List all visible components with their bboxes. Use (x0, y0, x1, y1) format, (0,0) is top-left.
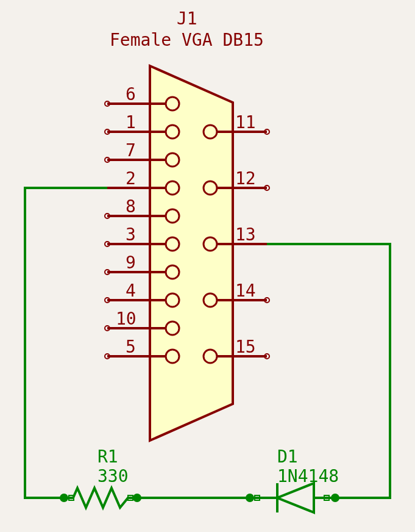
d1-value: 1N4148 (277, 466, 339, 486)
svg-text:11: 11 (235, 112, 256, 132)
r1-ref: R1 (98, 447, 118, 467)
svg-text:10: 10 (116, 309, 137, 329)
connector-body (150, 66, 233, 440)
svg-text:13: 13 (235, 225, 256, 245)
svg-text:7: 7 (126, 140, 136, 160)
svg-text:12: 12 (235, 168, 256, 189)
svg-text:4: 4 (126, 281, 136, 301)
svg-text:2: 2 (126, 168, 136, 189)
svg-text:8: 8 (126, 196, 136, 217)
r1-value: 330 (98, 466, 129, 486)
svg-text:14: 14 (235, 281, 256, 301)
svg-text:5: 5 (126, 337, 136, 357)
svg-text:15: 15 (235, 337, 256, 357)
svg-text:9: 9 (126, 253, 136, 273)
svg-text:3: 3 (126, 225, 136, 245)
svg-text:1: 1 (126, 112, 136, 132)
d1-ref: D1 (277, 447, 298, 467)
connector-ref: J1 (177, 9, 197, 29)
svg-text:6: 6 (126, 84, 136, 104)
schematic-canvas: J1 Female VGA DB15 6 1 7 2 8 (0, 0, 415, 532)
connector-value: Female VGA DB15 (110, 30, 264, 50)
